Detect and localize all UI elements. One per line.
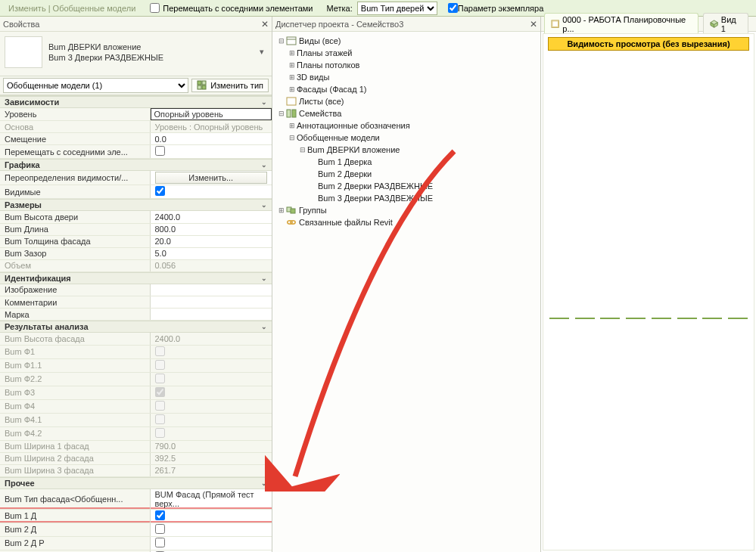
property-value[interactable] [150,523,272,536]
type-selector[interactable]: Bum ДВЕРКИ вложение Bum 3 Дверки РАЗДВЕЖ… [0,32,272,76]
tree-node[interactable]: Bum 1 Дверка [275,156,537,168]
instance-param-checkbox[interactable]: Параметр экземпляра [448,3,544,13]
tree-twisty-icon[interactable]: ⊟ [298,146,307,154]
tree-node[interactable]: Связанные файлы Revit [275,216,537,228]
tree-node[interactable]: ⊟Виды (все) [275,35,537,47]
collapse-icon[interactable]: ⌄ [261,161,267,169]
property-checkbox[interactable] [155,146,165,156]
tree-node-label: Фасады (Фасад 1) [297,85,367,94]
property-name: Изображение [0,284,150,296]
view-area: 0000 - РАБОТА Планировочные р... Вид 1 В… [541,17,756,552]
tree-node[interactable]: ⊟Bum ДВЕРКИ вложение [275,144,537,156]
tree-node-label: Bum 2 Дверки РАЗДВЕЖНЫЕ [318,181,433,191]
properties-close-icon[interactable]: ✕ [261,19,269,29]
property-value[interactable]: Опорный уровень [150,108,272,121]
property-name: Bum Ф1.1 [0,358,150,372]
property-value[interactable]: 0.0 [150,133,272,145]
property-group-header[interactable]: Зависимости⌄ [0,96,272,108]
view-tab-sheet[interactable]: 0000 - РАБОТА Планировочные р... [544,13,698,35]
tree-twisty-icon[interactable]: ⊟ [277,37,286,45]
property-value[interactable] [150,536,272,550]
property-edit-button[interactable]: Изменить... [155,172,268,184]
tree-twisty-icon[interactable]: ⊟ [277,110,286,117]
property-value[interactable] [150,284,272,296]
tree-node[interactable]: Bum 2 Дверки [275,168,537,180]
property-value[interactable] [150,509,272,523]
tree-node[interactable]: ⊞Группы [275,204,537,216]
view-tab-sheet-label: 0000 - РАБОТА Планировочные р... [562,15,691,33]
collapse-icon[interactable]: ⌄ [261,479,267,487]
tree-node[interactable]: Bum 2 Дверки РАЗДВЕЖНЫЕ [275,180,537,192]
property-checkbox[interactable] [155,186,165,196]
property-value[interactable] [150,309,272,321]
tree-node[interactable]: ⊞Планы этажей [275,47,537,59]
tree-node[interactable]: Листы (все) [275,95,537,107]
tree-twisty-icon[interactable]: ⊞ [288,85,297,93]
view-tab-view1[interactable]: Вид 1 [703,13,748,35]
property-value [150,426,272,440]
mark-select[interactable]: Bum Тип дверей [357,2,437,15]
property-value[interactable]: 2400.0 [150,211,272,223]
property-value[interactable]: 800.0 [150,223,272,235]
link-icon [286,218,297,227]
sheet-icon [551,20,559,29]
tree-node-label: Семейства [299,109,341,118]
tree-node[interactable]: ⊟Обобщенные модели [275,132,537,144]
tree-twisty-icon[interactable]: ⊞ [277,206,286,214]
property-value [150,386,272,399]
collapse-icon[interactable]: ⌄ [261,323,267,330]
property-value[interactable]: 5.0 [150,247,272,259]
property-value[interactable]: 20.0 [150,235,272,247]
tree-node[interactable]: ⊞3D виды [275,71,537,83]
property-group-header[interactable]: Прочее⌄ [0,477,272,489]
tree-node[interactable]: ⊞Планы потолков [275,59,537,71]
property-value[interactable] [150,145,272,159]
property-input[interactable]: Опорный уровень [151,108,272,120]
property-value[interactable] [150,185,272,199]
property-group-header[interactable]: Результаты анализа⌄ [0,321,272,333]
property-group-header[interactable]: Графика⌄ [0,159,272,171]
tree-node-label: Виды (все) [299,36,341,45]
property-value [150,358,272,372]
property-name: Bum Толщина фасада [0,235,150,247]
property-value [150,372,272,386]
collapse-icon[interactable]: ⌄ [261,201,267,209]
property-checkbox[interactable] [155,524,165,534]
property-checkbox[interactable] [155,538,165,547]
property-value[interactable]: BUM Фасад (Прямой тест верх... [150,489,272,510]
property-value[interactable]: Изменить... [150,171,272,185]
collapse-icon[interactable]: ⌄ [261,98,267,106]
tree-twisty-icon[interactable]: ⊞ [288,61,297,69]
instance-param-input[interactable] [448,3,458,13]
property-name: Видимые [0,185,150,199]
tree-node[interactable]: ⊟Семейства [275,107,537,119]
tree-node-label: Аннотационные обозначения [297,121,410,130]
property-group-header[interactable]: Размеры⌄ [0,199,272,211]
property-group-title: Размеры [5,200,42,209]
tree-node[interactable]: ⊞Фасады (Фасад 1) [275,83,537,95]
property-checkbox[interactable] [155,510,165,520]
type-thumbnail [5,36,42,68]
tree-node[interactable]: Bum 3 Дверки РАЗДВЕЖНЫЕ [275,192,537,204]
edit-type-button[interactable]: Изменить тип [191,79,269,92]
tree-twisty-icon[interactable]: ⊞ [288,73,297,81]
property-name: Марка [0,309,150,321]
tree-twisty-icon[interactable]: ⊞ [288,122,297,129]
move-with-neighbours-input[interactable] [150,3,160,13]
project-browser-close-icon[interactable]: ✕ [530,19,537,29]
collapse-icon[interactable]: ⌄ [261,274,267,282]
property-value[interactable] [150,296,272,309]
svg-rect-7 [287,110,291,117]
property-group-header[interactable]: Идентификация⌄ [0,272,272,284]
move-with-neighbours-checkbox[interactable]: Перемещать с соседними элементами [150,3,313,13]
svg-rect-4 [287,37,296,45]
category-filter-select[interactable]: Обобщенные модели (1) [3,78,188,93]
viewport[interactable]: Видимость просмотра (без вырезания) [543,33,754,550]
properties-grid[interactable]: Зависимости⌄УровеньОпорный уровеньОснова… [0,95,272,552]
project-browser-tree[interactable]: ⊟Виды (все)⊞Планы этажей⊞Планы потолков⊞… [272,32,540,231]
type-selector-dropdown-icon[interactable]: ▾ [257,47,267,57]
tree-twisty-icon[interactable]: ⊟ [288,134,297,141]
property-value: 2400.0 [150,333,272,345]
tree-node[interactable]: ⊞Аннотационные обозначения [275,119,537,132]
tree-twisty-icon[interactable]: ⊞ [288,49,297,57]
